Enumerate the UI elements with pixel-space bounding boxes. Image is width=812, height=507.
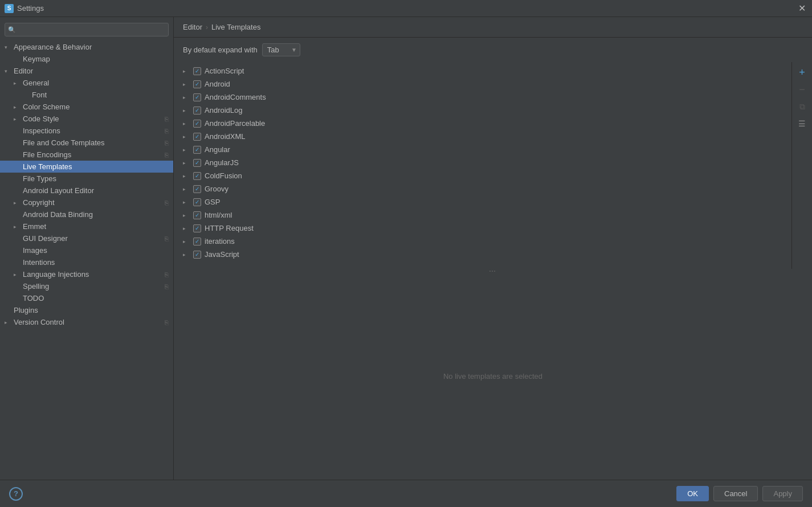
sidebar-item-todo[interactable]: TODO [0, 292, 173, 304]
main-content: 🔍 ▾Appearance & BehaviorKeymap▾Editor▸Ge… [0, 17, 812, 480]
sidebar-item-label: Font [32, 91, 169, 99]
sidebar-item-color-scheme[interactable]: ▸Color Scheme [0, 101, 173, 113]
group-checkbox[interactable] [193, 120, 201, 128]
sidebar-item-live-templates[interactable]: Live Templates [0, 161, 173, 173]
group-checkbox[interactable] [193, 133, 201, 141]
cancel-button[interactable]: Cancel [713, 486, 758, 501]
group-checkbox[interactable] [193, 159, 201, 167]
remove-button[interactable]: − [794, 81, 810, 97]
sidebar-item-emmet[interactable]: ▸Emmet [0, 220, 173, 232]
copy-button[interactable]: ⧉ [794, 99, 810, 115]
template-group-androidparcelable[interactable]: ▸AndroidParcelable [174, 117, 791, 130]
expand-label: By default expand with [183, 46, 258, 54]
apply-button[interactable]: Apply [762, 486, 803, 501]
sidebar-item-editor[interactable]: ▾Editor [0, 65, 173, 77]
template-group-javascript[interactable]: ▸JavaScript [174, 248, 791, 261]
group-name-label: GSP [205, 198, 220, 206]
search-input[interactable] [5, 23, 169, 36]
sidebar-item-language-injections[interactable]: ▸Language Injections⎘ [0, 268, 173, 280]
list-button[interactable]: ☰ [794, 116, 810, 132]
close-button[interactable]: ✕ [796, 3, 807, 14]
expand-row: By default expand with Tab Enter Space ▼ [174, 38, 812, 62]
group-checkbox[interactable] [193, 198, 201, 206]
template-list: ▸ActionScript▸Android▸AndroidComments▸An… [174, 62, 791, 269]
group-name-label: AndroidXML [205, 132, 246, 141]
template-group-coldfusion[interactable]: ▸ColdFusion [174, 169, 791, 182]
template-group-actionscript[interactable]: ▸ActionScript [174, 64, 791, 77]
group-checkbox[interactable] [193, 211, 201, 219]
group-arrow-icon: ▸ [183, 173, 190, 179]
arrow-icon: ▸ [14, 104, 21, 110]
copy-icon: ⎘ [165, 152, 169, 158]
template-group-groovy[interactable]: ▸Groovy [174, 182, 791, 195]
sidebar-item-label: General [23, 79, 169, 87]
group-checkbox[interactable] [193, 146, 201, 154]
template-group-androidlog[interactable]: ▸AndroidLog [174, 104, 791, 117]
sidebar-item-inspections[interactable]: Inspections⎘ [0, 125, 173, 137]
template-group-iterations[interactable]: ▸iterations [174, 235, 791, 248]
sidebar-item-intentions[interactable]: Intentions [0, 256, 173, 268]
breadcrumb-separator: › [206, 23, 208, 31]
group-checkbox[interactable] [193, 224, 201, 232]
copy-icon: ⎘ [165, 199, 169, 206]
sidebar-item-file-encodings[interactable]: File Encodings⎘ [0, 149, 173, 161]
group-checkbox[interactable] [193, 172, 201, 180]
template-group-gsp[interactable]: ▸GSP [174, 195, 791, 208]
copy-icon: ⎘ [165, 116, 169, 122]
sidebar-item-appearance-behavior[interactable]: ▾Appearance & Behavior [0, 41, 173, 53]
search-box: 🔍 [5, 23, 169, 36]
group-checkbox[interactable] [193, 251, 201, 259]
arrow-icon: ▸ [14, 272, 21, 277]
right-panel: Editor › Live Templates By default expan… [174, 17, 812, 480]
sidebar-item-font[interactable]: Font [0, 89, 173, 101]
group-checkbox[interactable] [193, 80, 201, 88]
no-selection-label: No live templates are selected [443, 372, 542, 381]
add-button[interactable]: + [794, 64, 810, 80]
template-group-angular[interactable]: ▸Angular [174, 143, 791, 156]
template-group-angularjs[interactable]: ▸AngularJS [174, 156, 791, 169]
group-arrow-icon: ▸ [183, 160, 190, 166]
group-checkbox[interactable] [193, 238, 201, 246]
template-group-androidcomments[interactable]: ▸AndroidComments [174, 91, 791, 104]
h-divider[interactable] [174, 269, 812, 273]
group-checkbox[interactable] [193, 107, 201, 115]
sidebar-item-general[interactable]: ▸General [0, 77, 173, 89]
sidebar-item-android-data-binding[interactable]: Android Data Binding [0, 208, 173, 220]
sidebar-item-code-style[interactable]: ▸Code Style⎘ [0, 113, 173, 125]
help-button[interactable]: ? [9, 487, 23, 501]
template-group-androidxml[interactable]: ▸AndroidXML [174, 130, 791, 143]
title-bar-left: S Settings [5, 4, 44, 13]
sidebar-item-images[interactable]: Images [0, 244, 173, 256]
sidebar-item-android-layout-editor[interactable]: Android Layout Editor [0, 185, 173, 197]
sidebar-item-label: Plugins [14, 306, 169, 314]
group-arrow-icon: ▸ [183, 252, 190, 257]
sidebar-item-file-and-code-templates[interactable]: File and Code Templates⎘ [0, 137, 173, 149]
ok-button[interactable]: OK [676, 486, 709, 501]
template-group-html-xml[interactable]: ▸html/xml [174, 208, 791, 222]
group-checkbox[interactable] [193, 93, 201, 101]
arrow-icon: ▸ [14, 116, 21, 122]
window-title: Settings [17, 4, 44, 13]
breadcrumb-parent[interactable]: Editor [183, 23, 202, 31]
sidebar-item-spelling[interactable]: Spelling⎘ [0, 280, 173, 292]
group-checkbox[interactable] [193, 67, 201, 75]
sidebar-item-file-types[interactable]: File Types [0, 173, 173, 185]
sidebar-item-copyright[interactable]: ▸Copyright⎘ [0, 197, 173, 208]
group-arrow-icon: ▸ [183, 121, 190, 126]
group-arrow-icon: ▸ [183, 134, 190, 140]
sidebar-item-keymap[interactable]: Keymap [0, 53, 173, 65]
sidebar-item-label: Intentions [23, 258, 169, 267]
search-icon: 🔍 [8, 26, 16, 34]
group-name-label: AndroidParcelable [205, 119, 265, 128]
sidebar-item-gui-designer[interactable]: GUI Designer⎘ [0, 232, 173, 244]
copy-icon: ⎘ [165, 235, 169, 242]
sidebar-item-plugins[interactable]: Plugins [0, 304, 173, 316]
sidebar-item-label: GUI Designer [23, 234, 162, 243]
arrow-icon: ▸ [14, 200, 21, 206]
arrow-icon: ▸ [5, 320, 11, 325]
group-checkbox[interactable] [193, 185, 201, 193]
template-group-http-request[interactable]: ▸HTTP Request [174, 222, 791, 235]
sidebar-item-version-control[interactable]: ▸Version Control⎘ [0, 316, 173, 328]
template-group-android[interactable]: ▸Android [174, 77, 791, 91]
expand-select[interactable]: Tab Enter Space [262, 43, 300, 56]
